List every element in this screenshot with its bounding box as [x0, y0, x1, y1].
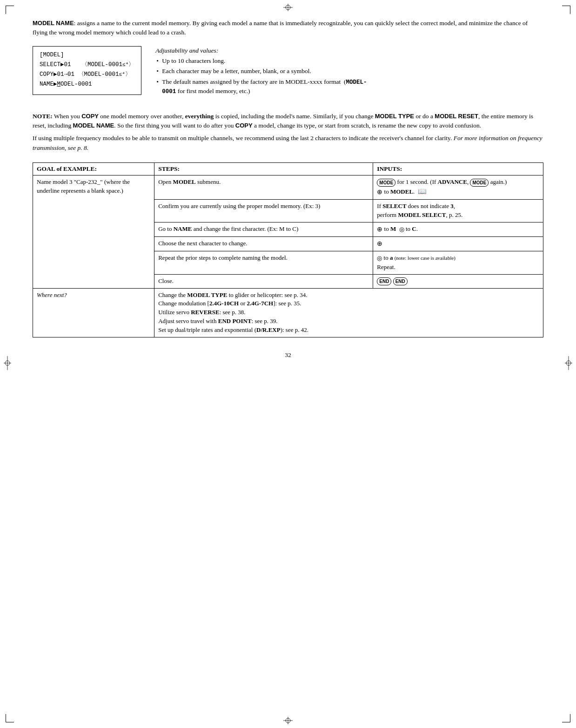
corner-mark-bl [6, 714, 14, 722]
corner-mark-br [562, 714, 570, 722]
corner-mark-tr [562, 6, 570, 14]
adjustability-section: Adjustability and values: Up to 10 chara… [155, 46, 379, 97]
steps-cell-1: Open MODEL submenu. [154, 175, 373, 200]
steps-cell-5: Repeat the prior steps to complete namin… [154, 251, 373, 274]
adjustability-title: Adjustability and values: [155, 47, 379, 54]
end-button-2: END [393, 277, 408, 285]
note-p2: If using multiple frequency modules to b… [33, 134, 543, 153]
lower-case-note: (note: lower case is available) [395, 256, 455, 261]
nav-dial-icon-2: ⊕ [377, 225, 382, 234]
nav-dial-icon: ⊕ [377, 188, 382, 197]
goal-cell-1: Name model 3 "Cap-232_" (where the under… [33, 175, 154, 288]
th-inputs: INPUTS: [373, 163, 543, 175]
steps-cell-2: Confirm you are currently using the prop… [154, 200, 373, 222]
mode-button-icon-2: MODE [470, 179, 489, 187]
table-row: Where next? Change the MODEL TYPE to gli… [33, 288, 543, 337]
table-header-row: GOAL of EXAMPLE: STEPS: INPUTS: [33, 163, 543, 175]
where-next-cell: Where next? [33, 288, 154, 337]
steps-cell-3: Go to NAME and change the first characte… [154, 222, 373, 236]
inputs-cell-1: MODE for 1 second. (If ADVANCE, MODE aga… [373, 175, 543, 200]
th-steps: STEPS: [154, 163, 373, 175]
adjustability-list: Up to 10 characters long. Each character… [155, 56, 379, 96]
dial-icon-5: ◎ [377, 254, 382, 263]
crosshair-top-icon [281, 4, 295, 11]
model-box-line4: NAME▶MODEL-0001 [40, 80, 134, 89]
note-p1: NOTE: When you COPY one model memory ove… [33, 112, 543, 131]
inputs-cell-4: ⊕ [373, 237, 543, 251]
adjustability-item-1: Up to 10 characters long. [155, 56, 379, 66]
dial-turn-icon: ◎ [399, 225, 404, 234]
crosshair-bottom-icon [281, 717, 295, 724]
model-lcd-box: [MODEL] SELECT▶01 〈MODEL-0001≤⁴〉 COPY▶01… [33, 46, 141, 95]
inputs-cell-3: ⊕ to M ◎ to C. [373, 222, 543, 236]
model-box-line3: COPY▶01→01 〈MODEL-0001≤⁴〉 [40, 70, 134, 80]
model-box-line1: [MODEL] [40, 50, 134, 60]
end-button-1: END [377, 277, 391, 285]
corner-mark-tl [6, 6, 14, 14]
inputs-cell-6: END END [373, 274, 543, 288]
mode-button-icon: MODE [377, 179, 395, 187]
steps-cell-4: Choose the next character to change. [154, 237, 373, 251]
model-row: [MODEL] SELECT▶01 〈MODEL-0001≤⁴〉 COPY▶01… [33, 46, 543, 103]
where-next-steps: Change the MODEL TYPE to glider or helic… [154, 288, 543, 337]
model-box-line2: SELECT▶01 〈MODEL-0001≤⁴〉 [40, 60, 134, 70]
crosshair-right-icon [565, 356, 572, 372]
crosshair-left-icon [4, 356, 11, 372]
example-table: GOAL of EXAMPLE: STEPS: INPUTS: Name mod… [33, 162, 543, 337]
adjustability-item-3: The default names assigned by the factor… [155, 77, 379, 96]
model-name-label: MODEL NAME [33, 20, 74, 27]
intro-text: : assigns a name to the current model me… [33, 20, 528, 36]
intro-section: MODEL NAME: assigns a name to the curren… [33, 19, 543, 38]
adjustability-item-2: Each character may be a letter, number, … [155, 67, 379, 76]
th-goal: GOAL of EXAMPLE: [33, 163, 154, 175]
inputs-cell-2: If SELECT does not indicate 3, perform M… [373, 200, 543, 222]
page-number: 32 [33, 351, 543, 359]
table-row: Name model 3 "Cap-232_" (where the under… [33, 175, 543, 200]
note-section: NOTE: When you COPY one model memory ove… [33, 112, 543, 154]
steps-cell-6: Close. [154, 274, 373, 288]
inputs-cell-5: ◎ to a (note: lower case is available) R… [373, 251, 543, 274]
nav-icon-4: ⊕ [377, 239, 382, 249]
